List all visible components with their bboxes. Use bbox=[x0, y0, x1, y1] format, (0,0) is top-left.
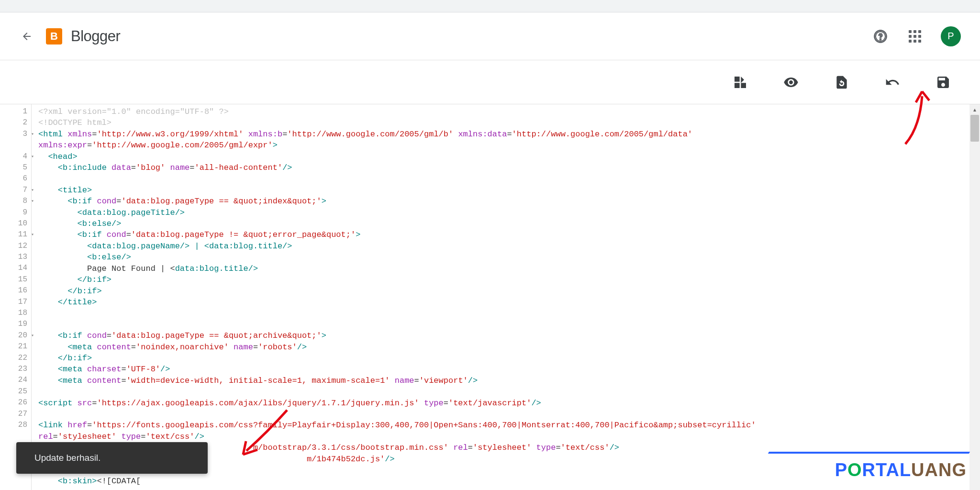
widgets-button[interactable] bbox=[732, 74, 748, 90]
line-number: 14 bbox=[0, 263, 31, 274]
editor-toolbar bbox=[0, 60, 980, 104]
watermark-logo: PORTALUANG bbox=[835, 460, 967, 480]
line-number: 25 bbox=[0, 386, 31, 397]
line-number: 4 bbox=[0, 151, 31, 162]
restore-page-icon bbox=[834, 75, 849, 90]
line-number bbox=[0, 140, 31, 151]
line-number: 15 bbox=[0, 274, 31, 285]
line-number bbox=[0, 431, 31, 442]
toast-notification: Update berhasil. bbox=[16, 442, 208, 474]
line-number: 1 bbox=[0, 106, 31, 117]
restore-button[interactable] bbox=[834, 74, 850, 90]
widgets-icon bbox=[733, 75, 748, 90]
watermark-line bbox=[768, 452, 970, 454]
app-title: Blogger bbox=[71, 28, 120, 45]
app-header: B Blogger ? P bbox=[0, 12, 980, 60]
line-number: 18 bbox=[0, 308, 31, 319]
apps-button[interactable] bbox=[906, 28, 924, 45]
line-number: 5 bbox=[0, 162, 31, 173]
save-icon bbox=[935, 75, 951, 90]
save-button[interactable] bbox=[935, 74, 951, 90]
eye-icon bbox=[783, 75, 799, 90]
line-number: 20 bbox=[0, 330, 31, 341]
line-number: 3 bbox=[0, 129, 31, 140]
scrollbar-thumb[interactable] bbox=[970, 115, 979, 142]
back-button[interactable] bbox=[19, 29, 34, 44]
code-content[interactable]: <?xml version="1.0" encoding="UTF-8" ?> … bbox=[32, 104, 980, 490]
arrow-back-icon bbox=[21, 31, 33, 42]
line-number: 7 bbox=[0, 185, 31, 196]
undo-button[interactable] bbox=[884, 74, 901, 90]
line-number: 21 bbox=[0, 341, 31, 352]
undo-icon bbox=[885, 75, 900, 90]
user-avatar[interactable]: P bbox=[941, 26, 961, 46]
line-gutter: 1234567891011121314151617181920212223242… bbox=[0, 104, 32, 490]
line-number: 11 bbox=[0, 229, 31, 240]
help-icon: ? bbox=[873, 29, 888, 44]
code-editor[interactable]: 1234567891011121314151617181920212223242… bbox=[0, 104, 980, 490]
blogger-logo-icon: B bbox=[46, 28, 62, 45]
line-number: 6 bbox=[0, 173, 31, 184]
line-number: 27 bbox=[0, 409, 31, 420]
line-number: 8 bbox=[0, 196, 31, 207]
scroll-up-icon[interactable]: ▴ bbox=[969, 104, 980, 115]
line-number: 12 bbox=[0, 241, 31, 252]
line-number: 28 bbox=[0, 420, 31, 431]
preview-button[interactable] bbox=[783, 74, 799, 90]
line-number: 2 bbox=[0, 117, 31, 128]
line-number: 22 bbox=[0, 353, 31, 364]
line-number: 26 bbox=[0, 397, 31, 408]
browser-chrome-bar bbox=[0, 0, 980, 12]
line-number: 9 bbox=[0, 207, 31, 218]
line-number: 16 bbox=[0, 285, 31, 296]
line-number: 19 bbox=[0, 319, 31, 330]
line-number: 13 bbox=[0, 252, 31, 263]
svg-text:?: ? bbox=[878, 32, 883, 41]
line-number: 10 bbox=[0, 218, 31, 229]
line-number: 24 bbox=[0, 375, 31, 386]
line-number: 17 bbox=[0, 297, 31, 308]
help-button[interactable]: ? bbox=[872, 28, 889, 45]
line-number: 23 bbox=[0, 364, 31, 375]
vertical-scrollbar[interactable]: ▴ bbox=[969, 104, 980, 490]
apps-grid-icon bbox=[909, 30, 921, 43]
